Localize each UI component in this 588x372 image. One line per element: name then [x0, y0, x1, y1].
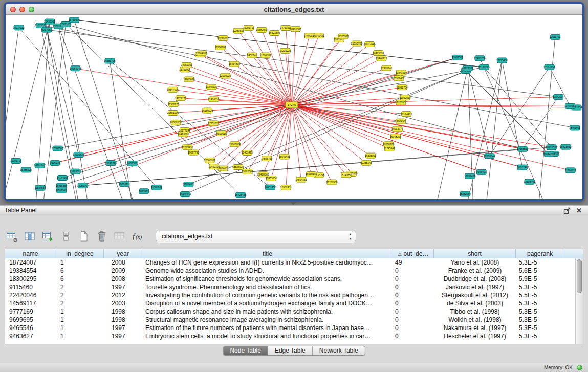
new-document-icon[interactable]	[77, 230, 91, 243]
graph-node[interactable]: 9602527	[127, 161, 138, 166]
graph-node[interactable]: 22238246	[360, 160, 372, 165]
graph-node[interactable]: 12092754	[396, 85, 407, 90]
graph-node[interactable]: 11137633	[35, 185, 46, 190]
graph-node[interactable]: 12932431	[280, 185, 292, 190]
graph-node[interactable]: 9126075	[50, 160, 60, 165]
graph-node[interactable]: 21115468	[496, 58, 508, 63]
graph-node[interactable]: 15455560	[56, 183, 67, 188]
graph-node[interactable]: 19808911	[119, 182, 130, 187]
column-header-pagerank[interactable]: pagerank	[516, 249, 564, 258]
graph-node[interactable]: 21736559	[326, 180, 337, 185]
graph-node[interactable]: 14631450	[265, 185, 276, 190]
graph-node[interactable]: 11416816	[208, 97, 219, 102]
graph-node[interactable]: 15728465	[235, 192, 246, 198]
graph-node[interactable]: 20174413	[401, 112, 412, 117]
network-canvas[interactable]: 2208172721433336171736511921711221075515…	[6, 15, 582, 199]
graph-node[interactable]: 11108789	[215, 45, 226, 50]
graph-node[interactable]: 17985740	[381, 65, 392, 71]
column-header-out_degree[interactable]: △out_de…	[393, 249, 434, 258]
graph-node[interactable]: 9702408	[184, 182, 194, 187]
graph-node[interactable]: 16189226	[202, 108, 213, 113]
graph-node[interactable]: 12289517	[232, 28, 244, 33]
graph-node[interactable]: 19492194	[208, 164, 220, 169]
minimize-button[interactable]	[19, 7, 25, 12]
graph-node[interactable]: 13242037	[553, 94, 564, 99]
graph-node[interactable]: 21113325	[70, 169, 81, 174]
graph-node[interactable]: 16393893	[365, 153, 376, 158]
graph-node[interactable]: 22864805	[196, 51, 207, 56]
graph-node[interactable]: 9613992	[139, 189, 149, 194]
graph-node[interactable]: 14959767	[77, 183, 89, 188]
graph-node[interactable]: 19097795	[188, 150, 199, 155]
graph-node[interactable]: 11753679	[69, 17, 80, 23]
graph-node[interactable]: 14781767	[34, 163, 45, 168]
graph-node[interactable]: 9890618	[216, 131, 227, 136]
graph-node[interactable]: 16981717	[243, 25, 254, 30]
zoom-button[interactable]	[29, 7, 34, 12]
graph-node[interactable]: 20425839	[373, 51, 384, 56]
tab-edge-table[interactable]: Edge Table	[268, 346, 313, 355]
float-window-icon[interactable]	[563, 207, 571, 214]
graph-node[interactable]: 9217563	[42, 27, 52, 32]
table-row[interactable]: 911546021997Tourette syndrome. Phenomeno…	[5, 283, 575, 291]
graph-node[interactable]: 18482884	[180, 192, 191, 197]
tab-network-table[interactable]: Network Table	[313, 346, 365, 355]
column-header-title[interactable]: title	[142, 249, 393, 258]
graph-node[interactable]: 18282088	[460, 191, 471, 196]
graph-node[interactable]: 15421652	[560, 144, 571, 149]
graph-node[interactable]: 11586889	[260, 53, 271, 58]
graph-node[interactable]: 9196407	[476, 169, 487, 174]
graph-node[interactable]: 19217112	[13, 25, 25, 30]
graph-node[interactable]: 12358644	[484, 154, 495, 159]
graph-node[interactable]: 10431495	[242, 150, 253, 156]
graph-node[interactable]: 13198401	[524, 179, 535, 184]
graph-node[interactable]: 15930592	[306, 172, 317, 177]
graph-node[interactable]: 11502973	[168, 102, 179, 107]
graph-node[interactable]: 19064248	[70, 66, 81, 71]
graph-node[interactable]: 18727701	[462, 66, 473, 71]
import-table-icon[interactable]	[41, 230, 55, 243]
graph-node[interactable]: 20135557	[546, 145, 557, 150]
graph-node[interactable]: 19267052	[395, 100, 406, 105]
column-header-short[interactable]: short	[434, 249, 516, 258]
close-panel-icon[interactable]: ✕	[576, 206, 582, 215]
table-row[interactable]: 2242004622012Investigating the contribut…	[5, 291, 575, 299]
graph-node[interactable]: 9087343	[56, 188, 67, 193]
graph-node[interactable]: 16621695	[269, 31, 280, 36]
graph-node[interactable]: 13491993	[569, 125, 580, 130]
graph-node[interactable]: 15140219	[105, 161, 116, 166]
table-row[interactable]: 946362711997Embryonic stem cells: a mode…	[5, 332, 575, 340]
graph-node[interactable]: 21669227	[565, 168, 576, 173]
graph-node[interactable]: 13446917	[376, 56, 387, 61]
graph-node[interactable]: 11052010	[400, 95, 411, 100]
close-button[interactable]	[10, 7, 16, 12]
graph-node[interactable]: 17506769	[261, 156, 272, 161]
graph-node[interactable]: 22600864	[229, 142, 241, 147]
graph-node[interactable]: 22801299	[543, 64, 555, 70]
graph-node[interactable]: 13667508	[452, 55, 463, 60]
graph-node[interactable]: 15388608	[20, 167, 32, 172]
graph-node[interactable]: 11705523	[337, 34, 349, 39]
graph-node[interactable]: 19883698	[183, 77, 194, 82]
scrollbar-thumb[interactable]	[577, 259, 582, 293]
graph-node[interactable]: 14594161	[295, 177, 307, 182]
graph-node[interactable]: 17882503	[52, 146, 63, 151]
graph-node[interactable]: 15545481	[279, 154, 290, 159]
table-scrollbar[interactable]	[575, 258, 583, 344]
graph-node[interactable]: 13740850	[340, 172, 352, 178]
graph-node[interactable]: 13770053	[564, 103, 576, 108]
splitter-handle[interactable]	[290, 202, 297, 205]
graph-node[interactable]: 18210281	[217, 36, 229, 41]
graph-node[interactable]: 22418862	[257, 172, 269, 177]
column-header-in_degree[interactable]: in_degree	[56, 249, 104, 258]
graph-node[interactable]: 19347006	[167, 87, 178, 92]
graph-node[interactable]: 16048209	[390, 134, 401, 139]
graph-node[interactable]: 19933776	[391, 126, 403, 132]
graph-node[interactable]: 20176215	[478, 64, 490, 70]
table-disabled-icon[interactable]	[113, 230, 126, 243]
graph-node[interactable]: 18491383	[290, 27, 301, 32]
graph-node[interactable]: 17235225	[279, 48, 291, 53]
graph-node[interactable]: 17240	[286, 102, 298, 108]
graph-node[interactable]: 9452141	[247, 53, 257, 58]
graph-node[interactable]: 22111713	[550, 34, 561, 39]
